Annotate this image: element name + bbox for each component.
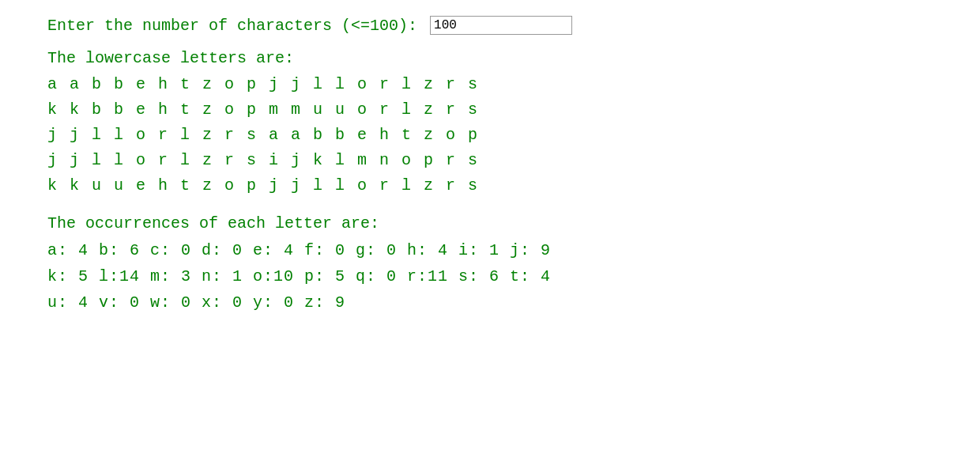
occurrences-title: The occurrences of each letter are: [47, 214, 933, 232]
letter-row: j j l l o r l z r s i j k l m n o p r s [47, 148, 933, 173]
letter-row: j j l l o r l z r s a a b b e h t z o p [47, 123, 933, 148]
character-count-input[interactable] [430, 16, 572, 35]
header-row: Enter the number of characters (<=100): [47, 16, 933, 35]
lowercase-section: The lowercase letters are: a a b b e h t… [47, 49, 933, 198]
lowercase-title: The lowercase letters are: [47, 49, 933, 67]
occurrences-row: u: 4 v: 0 w: 0 x: 0 y: 0 z: 9 [47, 289, 933, 316]
letter-row: k k u u e h t z o p j j l l o r l z r s [47, 173, 933, 198]
header-label: Enter the number of characters (<=100): [47, 17, 417, 35]
occurrences-row: a: 4 b: 6 c: 0 d: 0 e: 4 f: 0 g: 0 h: 4 … [47, 237, 933, 263]
letter-row: a a b b e h t z o p j j l l o r l z r s [47, 72, 933, 97]
occurrences-row: k: 5 l:14 m: 3 n: 1 o:10 p: 5 q: 0 r:11 … [47, 263, 933, 289]
letter-row: k k b b e h t z o p m m u u o r l z r s [47, 97, 933, 123]
occurrences-section: The occurrences of each letter are: a: 4… [47, 214, 933, 316]
